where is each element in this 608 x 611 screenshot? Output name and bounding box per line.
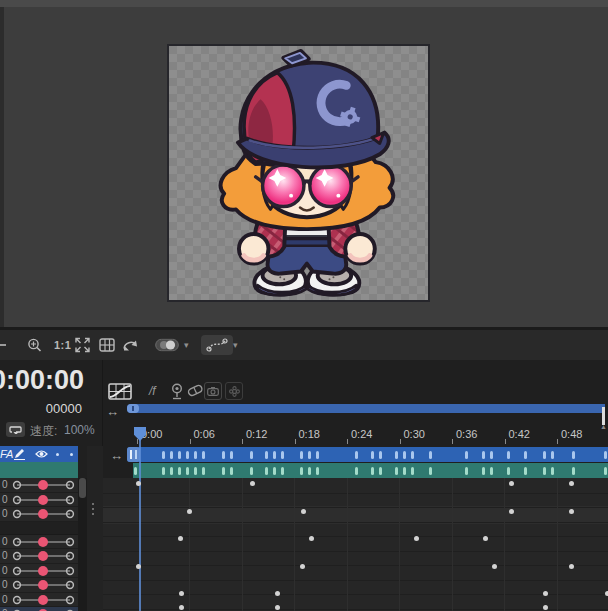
keyframe-bar[interactable] [178,467,181,475]
keyframe-bar[interactable] [316,451,319,459]
layer-header-row[interactable]: FA [0,446,78,462]
keyframe-dot[interactable] [179,605,184,610]
scrollbar-thumb[interactable] [79,478,86,498]
keyframe-bar[interactable] [395,451,398,459]
keyframe-bar[interactable] [250,467,253,475]
keyframe-bar[interactable] [316,467,319,475]
keyframe-bar[interactable] [355,467,358,475]
horizontal-scroll-icon[interactable]: ↔ [110,449,123,462]
keyframe-bar[interactable] [194,451,197,459]
rotate-view-icon[interactable] [122,339,139,352]
keyframe-bar[interactable] [281,467,284,475]
keyframe-bar[interactable] [379,451,382,459]
motion-path-icon[interactable] [201,335,233,355]
keyframe-bar[interactable] [162,451,165,459]
fit-view-icon[interactable] [74,337,91,354]
keyframe-dot[interactable] [483,536,488,541]
keyframe-bar[interactable] [572,467,575,475]
time-ruler[interactable]: 0:000:060:120:180:240:300:360:420:48 [103,426,608,446]
parameter-row[interactable]: 0 [0,549,78,564]
canvas-transparency-checker[interactable] [167,44,430,302]
keyframe-bar[interactable] [604,451,607,459]
horizontal-scroll-icon[interactable]: ↔ [106,405,119,418]
slider-knob[interactable] [38,566,48,576]
keyframe-bar[interactable] [202,467,205,475]
keyframe-dot[interactable] [301,509,306,514]
zoom-in-icon[interactable] [27,338,42,353]
keyframe-bar[interactable] [429,467,432,475]
loop-toggle-button[interactable] [6,422,25,437]
keyframe-bar[interactable] [482,467,485,475]
keyframe-bar[interactable] [250,451,253,459]
keyframe-bar[interactable] [170,451,173,459]
eraser-icon[interactable] [187,383,204,401]
layer-subrow[interactable] [0,462,78,478]
keyframe-bar[interactable] [222,467,225,475]
parameter-row[interactable]: 0 [0,564,78,579]
keyframe-bar[interactable] [371,451,374,459]
pin-icon[interactable] [170,383,184,404]
work-area-left-handle[interactable] [127,404,139,413]
keyframe-bar[interactable] [300,451,303,459]
eye-icon[interactable] [35,449,48,459]
keyframe-bar[interactable] [178,451,181,459]
keyframe-bar[interactable] [273,467,276,475]
keyframe-bar[interactable] [465,451,468,459]
parameter-row[interactable]: 0 [0,478,78,493]
keyframe-dot[interactable] [569,509,574,514]
keyframe-bar[interactable] [308,467,311,475]
keyframe-dot[interactable] [275,605,280,610]
parameter-scrollbar[interactable] [78,478,87,611]
keyframe-dot[interactable] [509,509,514,514]
expression-icon[interactable]: /f [149,384,156,398]
keyframe-bar[interactable] [490,467,493,475]
track-keyframes-blue[interactable] [127,447,608,462]
grid-icon[interactable] [99,338,115,352]
chevron-down-icon[interactable]: ▾ [184,340,189,350]
keyframe-bar[interactable] [265,451,268,459]
keyframe-bar[interactable] [162,467,165,475]
keyframe-bar[interactable] [186,451,189,459]
track-keyframes-teal[interactable] [133,463,608,478]
keyframe-bar[interactable] [572,451,575,459]
slider-knob[interactable] [38,595,48,605]
slider-knob[interactable] [38,580,48,590]
keyframe-bar[interactable] [429,451,432,459]
keyframe-dot[interactable] [569,481,574,486]
keyframe-bar[interactable] [202,451,205,459]
keyframe-bar[interactable] [507,451,510,459]
parameter-row[interactable]: 0 [0,535,78,550]
keyframe-dot[interactable] [136,564,141,569]
keyframe-bar[interactable] [230,451,233,459]
slider-knob[interactable] [38,537,48,547]
keyframe-bar[interactable] [371,467,374,475]
model-viewport[interactable] [0,0,608,330]
keyframe-dot[interactable] [136,481,141,486]
keyframe-dot[interactable] [275,591,280,596]
keyframe-bar[interactable] [507,467,510,475]
keyframe-dot[interactable] [569,564,574,569]
keyframe-bar[interactable] [524,451,527,459]
keyframe-bar[interactable] [265,467,268,475]
keyframe-dot[interactable] [179,591,184,596]
keyframe-bar[interactable] [543,467,546,475]
keyframe-dot[interactable] [543,591,548,596]
keyframe-indicator-dot[interactable] [70,453,73,456]
keyframe-dot[interactable] [309,536,314,541]
keyframe-dot[interactable] [509,481,514,486]
keyframe-dot[interactable] [187,509,192,514]
slider-knob[interactable] [38,495,48,505]
parameter-row[interactable]: 0 [0,507,78,522]
keyframe-dot[interactable] [250,481,255,486]
blend-toggle[interactable] [155,339,179,352]
chevron-down-icon[interactable]: ▾ [233,340,238,350]
panel-divider-handle[interactable] [87,446,103,611]
keyframe-dot[interactable] [414,536,419,541]
keyframe-bar[interactable] [490,451,493,459]
keyframe-bar[interactable] [403,451,406,459]
keyframe-bar[interactable] [604,467,607,475]
keyframe-bar[interactable] [355,451,358,459]
keyframe-bar[interactable] [482,451,485,459]
keyframe-bar[interactable] [551,467,554,475]
speed-value[interactable]: 100% [64,423,95,437]
